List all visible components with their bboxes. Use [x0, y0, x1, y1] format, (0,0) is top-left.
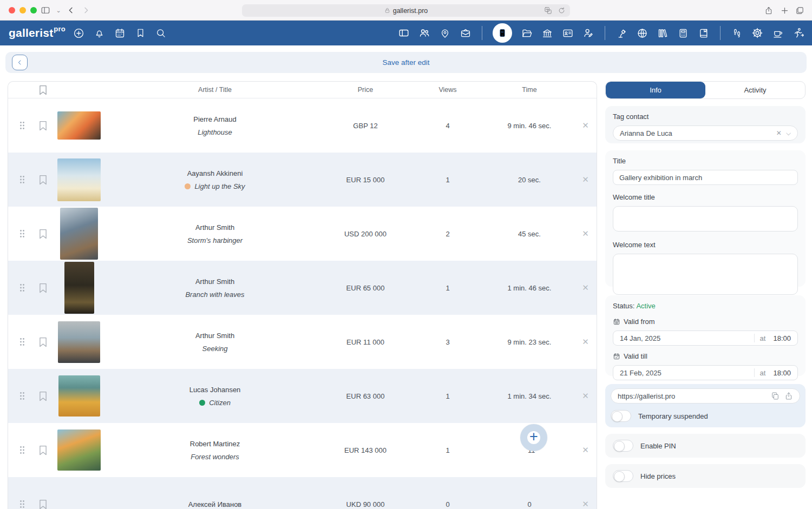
drag-handle-icon[interactable]: [8, 283, 36, 292]
drag-handle-icon[interactable]: [8, 229, 36, 238]
remove-row-button[interactable]: ✕: [573, 283, 597, 293]
window-controls[interactable]: [9, 7, 37, 14]
app-logo[interactable]: galleristpro: [9, 26, 65, 39]
calculator-icon[interactable]: [677, 27, 689, 39]
new-tab-icon[interactable]: [778, 4, 791, 17]
contacts-people-icon[interactable]: [418, 27, 430, 39]
chevron-down-icon[interactable]: ⌵: [786, 129, 791, 137]
temporary-suspended-toggle[interactable]: [611, 410, 631, 422]
clear-icon[interactable]: ✕: [776, 129, 782, 137]
bookmark-icon[interactable]: [36, 175, 49, 185]
device-tablet-active-icon[interactable]: [493, 23, 512, 43]
bookmark-icon[interactable]: [36, 445, 49, 455]
remove-row-button[interactable]: ✕: [573, 337, 597, 347]
valid-till-field[interactable]: 21 Feb, 2025 at 18:00: [613, 365, 798, 380]
share-url-field[interactable]: https://gallerist.pro: [611, 388, 800, 404]
artwork-thumbnail[interactable]: [58, 321, 100, 363]
bookmark-icon[interactable]: [36, 499, 49, 509]
remove-row-button[interactable]: ✕: [573, 445, 597, 455]
copy-icon[interactable]: [771, 392, 780, 400]
folder-open-icon[interactable]: [521, 27, 533, 39]
minimize-window-button[interactable]: [19, 7, 26, 14]
table-row[interactable]: Arthur SmithBranch with leaves EUR 65 00…: [8, 261, 597, 315]
save-after-edit-button[interactable]: Save after edit: [5, 52, 807, 73]
artwork-thumbnail[interactable]: [58, 375, 100, 417]
title-input[interactable]: [613, 170, 798, 185]
remove-row-button[interactable]: ✕: [573, 499, 597, 509]
drag-handle-icon[interactable]: [8, 446, 36, 454]
valid-till-time[interactable]: 18:00: [773, 369, 791, 377]
drag-handle-icon[interactable]: [8, 121, 36, 130]
artwork-thumbnail[interactable]: [57, 429, 101, 471]
id-card-icon[interactable]: [562, 27, 574, 39]
bookmark-icon[interactable]: [36, 229, 49, 239]
sidebar-toggle-icon[interactable]: [39, 4, 52, 17]
bookmark-header-icon[interactable]: [36, 85, 49, 95]
drag-handle-icon[interactable]: [8, 392, 36, 400]
desk-lamp-icon[interactable]: [615, 27, 627, 39]
table-row[interactable]: Алексей Иванов UKD 90 000 0 0 ✕: [8, 477, 597, 509]
bookmark-icon[interactable]: [36, 121, 49, 131]
welcome-title-input[interactable]: [613, 206, 798, 232]
forward-icon[interactable]: [80, 4, 93, 17]
drag-handle-icon[interactable]: [8, 500, 36, 508]
table-row[interactable]: Arthur SmithSeeking EUR 11 000 3 9 min. …: [8, 315, 597, 369]
artwork-thumbnail[interactable]: [57, 158, 101, 201]
tabs-overview-icon[interactable]: [793, 4, 806, 17]
bookmark-icon[interactable]: [36, 391, 49, 401]
remove-row-button[interactable]: ✕: [573, 121, 597, 130]
table-row[interactable]: Aayansh AkkineniLight up the Sky EUR 15 …: [8, 153, 597, 207]
tab-activity[interactable]: Activity: [705, 82, 805, 98]
table-row[interactable]: Robert MartinezForest wonders EUR 143 00…: [8, 423, 597, 477]
share-icon[interactable]: [762, 4, 775, 17]
bookmarks-icon[interactable]: [134, 27, 146, 39]
close-window-button[interactable]: [9, 7, 15, 14]
globe-icon[interactable]: [636, 27, 648, 39]
tag-contact-select[interactable]: Arianna De Luca ✕⌵: [613, 125, 798, 141]
add-artwork-fab[interactable]: +: [520, 424, 547, 451]
welcome-text-input[interactable]: [613, 254, 798, 295]
valid-from-date[interactable]: 14 Jan, 2025: [620, 334, 754, 342]
valid-till-date[interactable]: 21 Feb, 2025: [620, 369, 754, 377]
table-row[interactable]: Pierre ArnaudLighthouse GBP 12 4 9 min. …: [8, 98, 597, 153]
remove-row-button[interactable]: ✕: [573, 391, 597, 401]
bookmark-icon[interactable]: [36, 283, 49, 293]
hide-prices-toggle[interactable]: [613, 470, 633, 482]
library-books-icon[interactable]: [657, 27, 669, 39]
bank-museum-icon[interactable]: [541, 27, 553, 39]
valid-from-field[interactable]: 14 Jan, 2025 at 18:00: [613, 330, 798, 346]
table-row[interactable]: Lucas JohansenCitizen EUR 63 000 1 1 min…: [8, 369, 597, 423]
logout-run-icon[interactable]: [793, 27, 804, 39]
zoom-window-button[interactable]: [30, 7, 37, 14]
settings-gear-icon[interactable]: [751, 27, 763, 39]
bookmark-icon[interactable]: [36, 337, 49, 347]
remove-row-button[interactable]: ✕: [573, 229, 597, 239]
translate-icon[interactable]: [544, 6, 552, 15]
remove-row-button[interactable]: ✕: [573, 175, 597, 184]
reload-icon[interactable]: [558, 6, 566, 15]
book-icon[interactable]: [698, 27, 710, 39]
tab-info[interactable]: Info: [606, 82, 705, 98]
search-icon[interactable]: [155, 27, 167, 39]
notifications-bell-icon[interactable]: [93, 27, 105, 39]
mail-icon[interactable]: [460, 27, 472, 39]
drag-handle-icon[interactable]: [8, 175, 36, 184]
artwork-thumbnail[interactable]: [57, 111, 101, 140]
location-pin-icon[interactable]: [439, 27, 451, 39]
wallet-card-icon[interactable]: [398, 27, 410, 39]
calendar-icon[interactable]: [114, 27, 126, 39]
valid-from-time[interactable]: 18:00: [773, 334, 791, 342]
table-row[interactable]: Arthur SmithStorm's harbinger USD 200 00…: [8, 207, 597, 261]
address-bar[interactable]: gallerist.pro: [242, 4, 570, 17]
drag-handle-icon[interactable]: [8, 338, 36, 346]
user-edit-icon[interactable]: [582, 27, 594, 39]
share-link-icon[interactable]: [784, 392, 793, 400]
artwork-thumbnail[interactable]: [60, 208, 98, 260]
add-circle-icon[interactable]: [73, 27, 84, 39]
artwork-thumbnail[interactable]: [64, 262, 94, 314]
enable-pin-toggle[interactable]: [613, 440, 633, 452]
chevron-down-icon[interactable]: ⌄: [52, 4, 65, 17]
coffee-cup-icon[interactable]: [772, 27, 784, 39]
footprints-icon[interactable]: [731, 27, 743, 39]
back-icon[interactable]: [64, 4, 77, 17]
